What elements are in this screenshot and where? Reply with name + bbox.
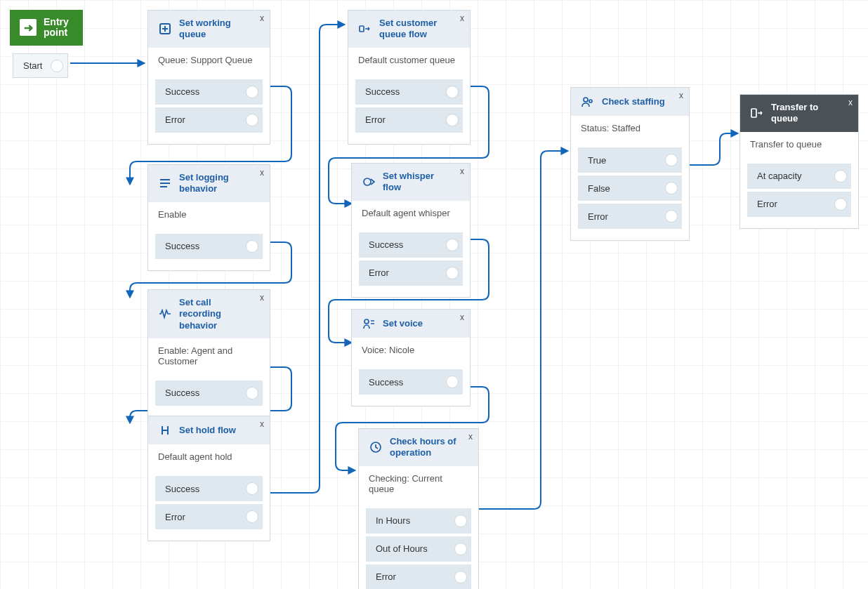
port[interactable] (454, 571, 467, 583)
port[interactable] (246, 510, 258, 523)
queue-plus-icon (158, 22, 172, 36)
node-title: Set voice (383, 318, 423, 329)
port[interactable] (246, 114, 258, 126)
close-icon[interactable]: x (460, 312, 464, 323)
output-error[interactable]: Error (155, 504, 263, 529)
close-icon[interactable]: x (260, 13, 264, 24)
node-subtitle: Transfer to queue (740, 132, 858, 157)
entry-point: ➜ Entry point (10, 10, 83, 46)
node-subtitle: Default agent hold (148, 444, 270, 469)
node-subtitle: Voice: Nicole (352, 338, 470, 362)
output-error[interactable]: Error (578, 204, 682, 229)
node-subtitle: Queue: Support Queue (148, 48, 270, 72)
close-icon[interactable]: x (468, 432, 473, 442)
staffing-icon (581, 95, 595, 109)
node-subtitle: Status: Staffed (571, 116, 689, 140)
node-subtitle: Enable: Agent and Customer (148, 338, 270, 373)
output-success[interactable]: Success (359, 369, 463, 395)
whisper-icon (362, 175, 376, 189)
node-set-working-queue[interactable]: Set working queue x Queue: Support Queue… (147, 10, 270, 145)
output-success[interactable]: Success (155, 234, 263, 259)
port[interactable] (446, 267, 459, 279)
node-title: Check staffing (602, 96, 665, 107)
output-success[interactable]: Success (359, 232, 463, 258)
output-success[interactable]: Success (155, 79, 263, 105)
port[interactable] (665, 210, 678, 223)
output-success[interactable]: Success (355, 79, 463, 105)
port[interactable] (246, 387, 258, 399)
recording-icon (158, 307, 172, 321)
entry-label: Entry point (44, 17, 69, 39)
node-check-staffing[interactable]: Check staffing x Status: Staffed True Fa… (570, 87, 690, 241)
node-title: Check hours of operation (390, 436, 459, 459)
node-transfer-to-queue[interactable]: Transfer to queue x Transfer to queue At… (739, 94, 859, 229)
output-success[interactable]: Success (155, 380, 263, 406)
port[interactable] (446, 239, 459, 251)
node-title: Set hold flow (179, 425, 236, 436)
output-at-capacity[interactable]: At capacity (747, 164, 851, 189)
entry-icon: ➜ (20, 19, 37, 36)
output-false[interactable]: False (578, 176, 682, 201)
node-title: Set logging behavior (179, 172, 250, 195)
output-error[interactable]: Error (359, 260, 463, 286)
voice-icon (362, 317, 376, 331)
node-title: Set working queue (179, 18, 250, 41)
transfer-icon (750, 106, 764, 120)
start-node[interactable]: Start (13, 53, 68, 78)
port[interactable] (446, 376, 459, 388)
port[interactable] (246, 482, 258, 495)
port[interactable] (446, 114, 459, 126)
port[interactable] (246, 86, 258, 98)
output-success[interactable]: Success (155, 476, 263, 501)
svg-point-2 (364, 178, 371, 185)
close-icon[interactable]: x (460, 13, 464, 24)
output-out-of-hours[interactable]: Out of Hours (366, 536, 471, 562)
node-set-whisper-flow[interactable]: Set whisper flow x Default agent whisper… (351, 163, 471, 298)
svg-point-6 (589, 100, 592, 102)
start-port[interactable] (51, 60, 63, 72)
port[interactable] (454, 515, 467, 527)
node-subtitle: Enable (148, 202, 270, 227)
node-title: Set call recording behavior (179, 297, 250, 331)
node-set-customer-queue-flow[interactable]: Set customer queue flow x Default custom… (348, 10, 471, 145)
clock-check-icon (369, 440, 383, 454)
output-true[interactable]: True (578, 147, 682, 173)
node-set-hold-flow[interactable]: Set hold flow x Default agent hold Succe… (147, 416, 270, 541)
port[interactable] (454, 543, 467, 555)
node-subtitle: Default agent whisper (352, 201, 470, 225)
start-label: Start (23, 60, 42, 71)
node-title: Set customer queue flow (379, 18, 450, 41)
output-error[interactable]: Error (747, 192, 851, 217)
output-error[interactable]: Error (155, 107, 263, 133)
close-icon[interactable]: x (260, 168, 264, 178)
node-subtitle: Checking: Current queue (359, 466, 478, 501)
close-icon[interactable]: x (460, 166, 464, 177)
logging-icon (158, 176, 172, 190)
port[interactable] (446, 86, 459, 98)
node-set-call-recording[interactable]: Set call recording behavior x Enable: Ag… (147, 289, 270, 418)
svg-rect-7 (751, 109, 756, 117)
queue-flow-icon (358, 22, 372, 36)
node-title: Set whisper flow (383, 171, 450, 194)
output-in-hours[interactable]: In Hours (366, 508, 471, 534)
svg-point-5 (584, 98, 588, 102)
svg-rect-1 (360, 26, 364, 32)
output-error[interactable]: Error (355, 107, 463, 133)
close-icon[interactable]: x (679, 91, 683, 101)
close-icon[interactable]: x (260, 419, 264, 430)
port[interactable] (665, 154, 678, 166)
node-title: Transfer to queue (771, 102, 839, 125)
output-error[interactable]: Error (366, 564, 471, 590)
close-icon[interactable]: x (260, 293, 264, 303)
port[interactable] (834, 170, 847, 183)
port[interactable] (246, 240, 258, 253)
close-icon[interactable]: x (848, 98, 853, 108)
node-check-hours[interactable]: Check hours of operation x Checking: Cur… (358, 428, 479, 589)
node-set-logging-behavior[interactable]: Set logging behavior x Enable Success (147, 164, 270, 271)
node-subtitle: Default customer queue (348, 48, 470, 72)
svg-point-3 (364, 319, 369, 324)
port[interactable] (665, 182, 678, 194)
node-set-voice[interactable]: Set voice x Voice: Nicole Success (351, 309, 471, 406)
port[interactable] (834, 198, 847, 211)
hold-icon (158, 423, 172, 437)
